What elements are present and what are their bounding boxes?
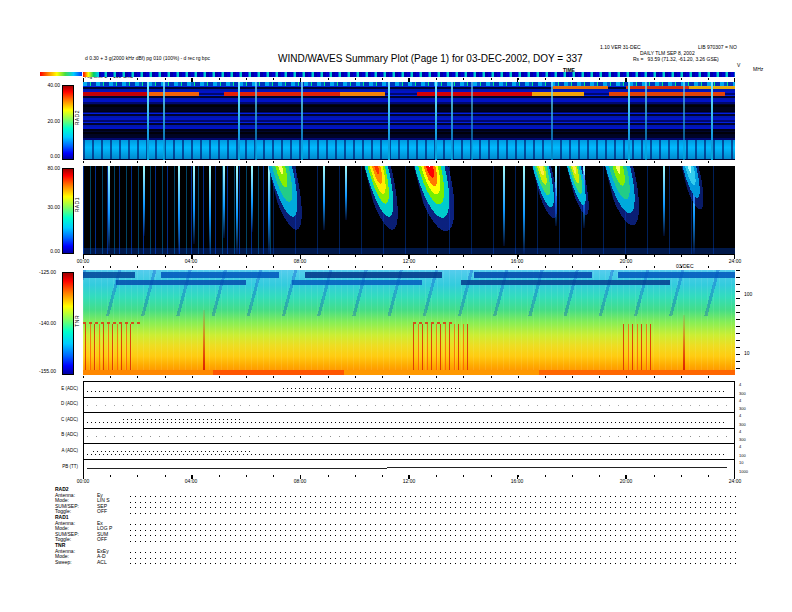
rad2-bottom-ticks xyxy=(83,161,735,163)
rad1-streak xyxy=(345,166,347,220)
strip-left-edge xyxy=(83,398,84,412)
time-tick-bottom: 00:00 xyxy=(68,478,98,484)
dotted-leader xyxy=(130,563,737,564)
strip-right-top-1: 4 xyxy=(739,382,741,387)
tnr-panel-label: TNR xyxy=(74,315,80,327)
rad2-burst-line xyxy=(255,82,257,160)
freq-unit-label: MHz xyxy=(753,66,763,72)
rad1-streak xyxy=(251,166,253,232)
instrument-config-block: RAD2 Antenna:Ey Mode:LIN S SUM/SEP:SEP T… xyxy=(55,487,740,565)
strip-trace-bump xyxy=(123,419,243,420)
tnr-red-line xyxy=(203,310,205,370)
strip-right-bottom-6: 1000 xyxy=(739,469,748,474)
rad2-low-freq-band xyxy=(83,140,735,159)
rad1-cbar-tick-min: 0.00 xyxy=(34,248,60,254)
time-tick-bottom: 08:00 xyxy=(285,478,315,484)
strip-trace xyxy=(87,422,727,423)
tnr-bottom-ticks xyxy=(83,376,735,378)
dotted-leader xyxy=(130,535,737,536)
strip-left-edge xyxy=(83,382,84,397)
rad1-spectrogram xyxy=(83,166,735,254)
dotted-leader xyxy=(130,513,737,514)
strip-left-edge xyxy=(83,460,84,475)
tnr-red-line xyxy=(683,315,685,370)
rad1-cbar-tick-mid: 30.00 xyxy=(34,204,60,210)
rad2-burst-line xyxy=(301,82,303,160)
strip-right-bottom-4: 300 xyxy=(739,437,746,442)
strip-right-top-5: 4 xyxy=(739,444,741,449)
strip-label-2: D (ADC) xyxy=(44,401,78,406)
rad2-burst-line xyxy=(683,82,685,160)
rad2-burst-line xyxy=(435,82,437,160)
tnr-right-axis-ticks xyxy=(736,270,740,375)
tnr-top-ticks xyxy=(83,266,735,268)
v-marker: V xyxy=(737,62,740,68)
rad1-streak xyxy=(503,166,505,246)
dotted-leader xyxy=(130,558,737,559)
strip-chart-3 xyxy=(83,412,735,428)
strip-right-bottom-5: 100 xyxy=(739,453,746,458)
strip-chart-6 xyxy=(83,459,735,475)
dotted-leader xyxy=(130,496,737,497)
rad2-burst-line xyxy=(471,82,473,160)
processing-line-1: d 0.30 + 3 g(2000 kHz dBf) pg 010 (100%)… xyxy=(85,55,210,61)
time-tick: 00:00 xyxy=(68,258,98,264)
rad1-streak xyxy=(193,166,195,244)
lib-label: LIB 970307 = NO xyxy=(698,44,737,50)
rad1-streak xyxy=(223,166,225,238)
tnr-freq-tick-10: 10 xyxy=(744,350,750,356)
time-tick: 12:00 xyxy=(394,258,424,264)
config-value: OFF xyxy=(97,509,127,515)
time-tick-bottom: 20:00 xyxy=(611,478,641,484)
strip-right-edge xyxy=(734,429,735,443)
strip-chart-1 xyxy=(83,381,735,397)
rad1-cbar-tick-max: 80.00 xyxy=(34,165,60,171)
top-strip-rainbow xyxy=(83,72,99,77)
strip-right-edge xyxy=(734,398,735,412)
strip-right-bottom-1: 300 xyxy=(739,391,746,396)
strip-trace-bump xyxy=(283,388,463,389)
rad1-streak xyxy=(323,166,325,230)
strip-right-bottom-2: 300 xyxy=(739,406,746,411)
strip-right-top-6: 10 xyxy=(739,460,743,465)
time-tick-bottom: 04:00 xyxy=(176,478,206,484)
rad2-panel-label: RAD2 xyxy=(74,110,80,125)
rad2-colorbar xyxy=(62,85,74,160)
strip-left-edge xyxy=(83,429,84,443)
strip-right-top-2: 4 xyxy=(739,398,741,403)
strip-trace xyxy=(87,405,727,406)
rad1-colorbar xyxy=(62,168,74,254)
top-status-strip xyxy=(83,72,735,77)
rad2-burst-line xyxy=(711,82,713,160)
rad2-burst-line xyxy=(628,82,630,160)
tnr-red-cluster xyxy=(85,324,133,370)
strip-chart-5 xyxy=(83,443,735,459)
tnr-red-cluster xyxy=(623,324,653,370)
dotted-leader xyxy=(130,524,737,525)
strip-trace xyxy=(387,467,727,468)
tnr-red-cluster xyxy=(413,324,468,370)
strip-left-edge xyxy=(83,413,84,428)
rad2-red-streak-upper xyxy=(553,86,735,89)
dotted-leader xyxy=(130,552,737,553)
strip-right-bottom-3: 300 xyxy=(739,422,746,427)
strip-trace xyxy=(87,391,727,392)
time-tick: 20:00 xyxy=(611,258,641,264)
dotted-leader xyxy=(130,530,737,531)
rad1-streak xyxy=(523,166,525,254)
strip-trace xyxy=(87,436,727,437)
tnr-dark-band-2 xyxy=(83,280,735,285)
rad1-streak xyxy=(108,166,110,251)
rad1-streak xyxy=(209,166,211,254)
rad2-burst-line xyxy=(551,82,553,160)
tnr-freq-tick-100: 100 xyxy=(744,291,752,297)
strip-right-edge xyxy=(734,444,735,459)
strip-label-3: C (ADC) xyxy=(44,417,78,422)
rad1-streak xyxy=(143,166,145,236)
tnr-plasma-line xyxy=(83,370,735,375)
strip-label-1: E (ADC) xyxy=(44,386,78,391)
tnr-cbar-tick-mid: -140.00 xyxy=(30,320,56,326)
time-tick-bottom: 24:00 xyxy=(720,478,750,484)
wind-waves-summary-plot: d 0.30 + 3 g(2000 kHz dBf) pg 010 (100%)… xyxy=(0,0,792,612)
rad1-panel-label: RAD1 xyxy=(74,197,80,212)
